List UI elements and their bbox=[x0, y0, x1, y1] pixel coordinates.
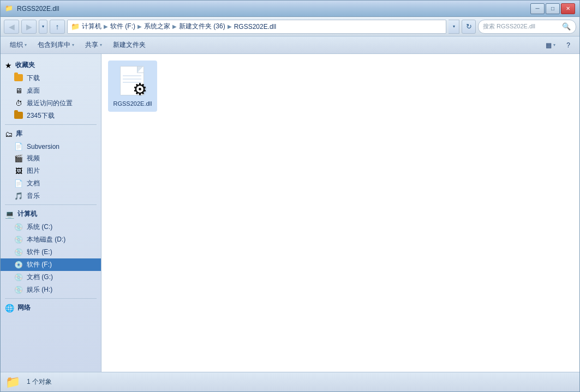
divider-2 bbox=[5, 204, 97, 205]
sidebar-item-pictures[interactable]: 🖼 图片 bbox=[1, 165, 101, 177]
pictures-icon: 🖼 bbox=[14, 167, 23, 175]
music-icon: 🎵 bbox=[14, 192, 23, 200]
include-dropdown-arrow: ▾ bbox=[72, 43, 74, 47]
search-bar[interactable]: 搜索 RGSS202E.dll 🔍 bbox=[478, 20, 576, 34]
secondary-toolbar: 组织 ▾ 包含到库中 ▾ 共享 ▾ 新建文件夹 ▦ ▾ ? bbox=[1, 37, 579, 54]
view-dropdown-arrow: ▾ bbox=[553, 43, 555, 47]
desktop-icon: 🖥 bbox=[14, 87, 23, 95]
sidebar-item-subversion[interactable]: 📄 Subversion bbox=[1, 141, 101, 152]
breadcrumb-folder1[interactable]: 系统之家 bbox=[144, 22, 170, 31]
sidebar-item-subversion-label: Subversion bbox=[27, 143, 59, 150]
window-icon: 📁 bbox=[5, 4, 14, 13]
favorites-section: ★ 收藏夹 下载 🖥 桌面 ⏱ 最近访问的位 bbox=[1, 58, 101, 122]
nav-dropdown-button[interactable]: ▾ bbox=[39, 20, 47, 34]
2345-icon bbox=[14, 112, 23, 120]
share-button[interactable]: 共享 ▾ bbox=[80, 39, 107, 52]
status-bar: 📁 1 个对象 bbox=[1, 372, 579, 391]
sidebar-item-2345-label: 2345下载 bbox=[27, 111, 55, 120]
sidebar-item-documents-label: 文档 bbox=[27, 179, 40, 188]
d-drive-icon: 💿 bbox=[14, 236, 23, 244]
organize-button[interactable]: 组织 ▾ bbox=[5, 39, 32, 52]
status-count-text: 1 个对象 bbox=[27, 377, 52, 387]
sidebar-item-documents[interactable]: 📄 文档 bbox=[1, 177, 101, 190]
file-item-dll[interactable]: ⚙ RGSS202E.dll bbox=[108, 61, 157, 112]
help-button[interactable]: ? bbox=[561, 39, 575, 52]
file-content-area: ⚙ RGSS202E.dll bbox=[101, 54, 579, 372]
share-dropdown-arrow: ▾ bbox=[100, 43, 102, 47]
view-button[interactable]: ▦ ▾ bbox=[541, 39, 560, 52]
address-folder-icon: 📁 bbox=[71, 22, 80, 31]
libraries-header[interactable]: 🗂 库 bbox=[1, 127, 101, 141]
g-drive-icon: 💿 bbox=[14, 273, 23, 281]
sidebar-item-downloads-label: 下载 bbox=[27, 74, 40, 83]
sidebar-item-video-label: 视频 bbox=[27, 154, 40, 163]
computer-section: 💻 计算机 💿 系统 (C:) 💿 本地磁盘 (D:) 💿 软件 (E:) 💿 bbox=[1, 207, 101, 296]
address-bar[interactable]: 📁 计算机 ▶ 软件 (F:) ▶ 系统之家 ▶ 新建文件夹 (36) ▶ RG… bbox=[67, 20, 446, 34]
sidebar-item-desktop[interactable]: 🖥 桌面 bbox=[1, 85, 101, 97]
sidebar-item-c-drive[interactable]: 💿 系统 (C:) bbox=[1, 221, 101, 233]
sidebar-item-pictures-label: 图片 bbox=[27, 166, 40, 176]
address-toolbar: ◀ ▶ ▾ ↑ 📁 计算机 ▶ 软件 (F:) ▶ 系统之家 ▶ 新建文件夹 (… bbox=[1, 17, 579, 37]
main-area: ★ 收藏夹 下载 🖥 桌面 ⏱ 最近访问的位 bbox=[1, 54, 579, 372]
sidebar-item-recent[interactable]: ⏱ 最近访问的位置 bbox=[1, 97, 101, 110]
video-icon: 🎬 bbox=[14, 154, 23, 162]
new-folder-button[interactable]: 新建文件夹 bbox=[108, 39, 151, 52]
sidebar-item-video[interactable]: 🎬 视频 bbox=[1, 152, 101, 165]
libraries-icon: 🗂 bbox=[5, 130, 13, 138]
address-dropdown-button[interactable]: ▾ bbox=[449, 20, 459, 34]
network-section: 🌐 网络 bbox=[1, 301, 101, 315]
f-drive-icon: 💿 bbox=[14, 261, 23, 269]
breadcrumb-drive[interactable]: 软件 (F:) bbox=[110, 22, 135, 31]
recent-icon: ⏱ bbox=[14, 99, 23, 107]
maximize-button[interactable]: □ bbox=[546, 3, 560, 14]
sidebar-item-downloads[interactable]: 下载 bbox=[1, 72, 101, 85]
sidebar-item-f-label: 软件 (F:) bbox=[27, 260, 52, 269]
e-drive-icon: 💿 bbox=[14, 248, 23, 256]
search-button[interactable]: 🔍 bbox=[561, 22, 571, 32]
organize-label: 组织 bbox=[10, 40, 23, 50]
refresh-button[interactable]: ↻ bbox=[462, 20, 476, 34]
favorites-header[interactable]: ★ 收藏夹 bbox=[1, 58, 101, 72]
network-header[interactable]: 🌐 网络 bbox=[1, 301, 101, 315]
status-folder-icon: 📁 bbox=[5, 375, 20, 390]
sidebar-item-recent-label: 最近访问的位置 bbox=[27, 99, 73, 108]
libraries-label: 库 bbox=[16, 129, 22, 138]
title-bar: 📁 RGSS202E.dll ─ □ ✕ bbox=[1, 1, 579, 17]
back-button[interactable]: ◀ bbox=[4, 20, 19, 34]
search-placeholder: 搜索 RGSS202E.dll bbox=[483, 22, 559, 31]
sidebar-item-c-label: 系统 (C:) bbox=[27, 222, 52, 232]
sidebar-item-h-label: 娱乐 (H:) bbox=[27, 285, 52, 294]
divider-1 bbox=[5, 124, 97, 125]
subversion-icon: 📄 bbox=[14, 142, 23, 150]
sidebar-item-desktop-label: 桌面 bbox=[27, 86, 40, 95]
include-label: 包含到库中 bbox=[38, 40, 70, 50]
forward-button[interactable]: ▶ bbox=[21, 20, 37, 34]
breadcrumb-arrow-3: ▶ bbox=[172, 23, 177, 29]
sidebar-item-h-drive[interactable]: 💿 娱乐 (H:) bbox=[1, 284, 101, 296]
h-drive-icon: 💿 bbox=[14, 286, 23, 294]
share-label: 共享 bbox=[85, 40, 98, 50]
close-button[interactable]: ✕ bbox=[561, 3, 575, 14]
include-library-button[interactable]: 包含到库中 ▾ bbox=[33, 39, 79, 52]
breadcrumb-arrow-1: ▶ bbox=[104, 23, 108, 29]
breadcrumb-computer[interactable]: 计算机 bbox=[82, 22, 101, 31]
network-label: 网络 bbox=[17, 303, 31, 312]
sidebar-item-e-drive[interactable]: 💿 软件 (E:) bbox=[1, 246, 101, 258]
sidebar-item-g-drive[interactable]: 💿 文档 (G:) bbox=[1, 271, 101, 284]
minimize-button[interactable]: ─ bbox=[530, 3, 545, 14]
sidebar-item-d-drive[interactable]: 💿 本地磁盘 (D:) bbox=[1, 233, 101, 246]
c-drive-icon: 💿 bbox=[14, 223, 23, 231]
computer-header[interactable]: 💻 计算机 bbox=[1, 207, 101, 221]
sidebar-item-music[interactable]: 🎵 音乐 bbox=[1, 190, 101, 202]
up-button[interactable]: ↑ bbox=[50, 20, 65, 34]
favorites-label: 收藏夹 bbox=[15, 61, 35, 70]
breadcrumb-folder2[interactable]: 新建文件夹 (36) bbox=[179, 22, 225, 31]
sidebar: ★ 收藏夹 下载 🖥 桌面 ⏱ 最近访问的位 bbox=[1, 54, 101, 372]
downloads-icon bbox=[14, 74, 23, 83]
breadcrumb-current[interactable]: RGSS202E.dll bbox=[234, 23, 276, 31]
computer-icon: 💻 bbox=[5, 210, 14, 219]
favorites-icon: ★ bbox=[5, 61, 12, 70]
breadcrumb-arrow-4: ▶ bbox=[228, 23, 232, 29]
sidebar-item-2345[interactable]: 2345下载 bbox=[1, 110, 101, 122]
sidebar-item-f-drive[interactable]: 💿 软件 (F:) bbox=[1, 258, 101, 271]
